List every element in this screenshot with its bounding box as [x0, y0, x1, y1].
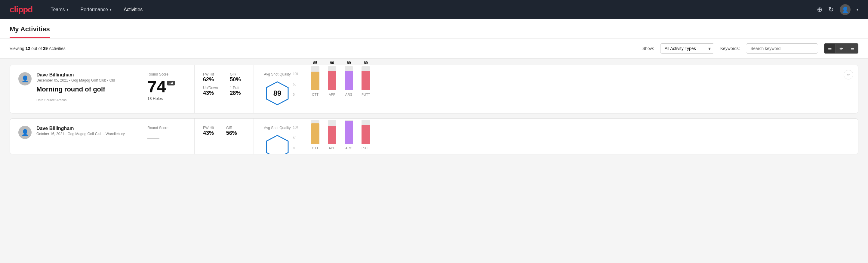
y-label-50: 50: [293, 83, 298, 86]
bar-value: 82: [330, 118, 334, 119]
add-icon[interactable]: ⊕: [817, 6, 822, 13]
fw-hit-label: FW Hit: [203, 72, 218, 77]
refresh-icon[interactable]: ↻: [828, 6, 834, 13]
bar-fill: [345, 71, 353, 90]
edit-button[interactable]: ✏: [844, 70, 853, 80]
y-label-0: 0: [293, 147, 298, 150]
view-toggle: ☰ ⇼ ☰: [824, 43, 858, 54]
bar-wrap: [345, 120, 353, 144]
y-label-100: 100: [293, 72, 298, 76]
compact-view-icon: ☰: [850, 46, 855, 51]
fw-hit-stat: FW Hit 43%: [203, 126, 214, 136]
keywords-label: Keywords:: [720, 46, 740, 51]
compact-view-btn[interactable]: ☰: [847, 43, 858, 53]
list-view-btn[interactable]: ☰: [825, 43, 836, 53]
divider: [135, 119, 135, 154]
bar-fill: [362, 125, 370, 144]
gir-label: GIR: [230, 72, 241, 77]
nav-teams-label: Teams: [51, 7, 65, 12]
nav-teams[interactable]: Teams ▾: [51, 1, 68, 18]
y-label-100: 100: [293, 126, 298, 129]
bar-label: APP: [329, 93, 335, 96]
updown-stat: Up/Down 43%: [203, 86, 218, 96]
bar-fill: [345, 121, 353, 144]
activities-list: 👤 Dave Billingham December 05, 2021 - Go…: [0, 59, 868, 165]
bar-value: 89: [347, 61, 351, 65]
activity-type-select-wrapper: All Activity Types: [660, 43, 714, 54]
user-name: Dave Billingham: [36, 72, 127, 78]
page-title: My Activities: [10, 19, 50, 38]
activity-type-select[interactable]: All Activity Types: [660, 43, 714, 54]
bar-fill: [311, 123, 319, 144]
card-left: 👤 Dave Billingham October 16, 2021 - Gog…: [18, 126, 127, 139]
divider: [253, 119, 254, 154]
divider: [194, 119, 195, 154]
bar-value: 94: [313, 118, 317, 119]
bar-chart-container: 100 50 0 85OTT90APP89ARG89PUTT: [302, 72, 370, 102]
grid-view-btn[interactable]: ⇼: [836, 43, 847, 53]
activity-card: 👤 Dave Billingham October 16, 2021 - Gog…: [10, 118, 858, 154]
gir-value: 50%: [230, 77, 241, 83]
chevron-down-icon: ▾: [67, 8, 69, 12]
bar-label: APP: [329, 146, 335, 150]
bar-wrap: [362, 120, 370, 144]
one-putt-value: 28%: [230, 90, 241, 96]
bar-group: 89PUTT: [362, 61, 370, 96]
bar-fill: [311, 71, 319, 90]
avg-quality: Avg Shot Quality 89: [262, 72, 292, 106]
stats-section: FW Hit 43% GIR 56%: [203, 126, 245, 139]
round-score-value: 74: [147, 78, 166, 95]
avatar[interactable]: 👤: [840, 4, 850, 15]
search-input[interactable]: [746, 43, 818, 54]
holes-label: 18 Holes: [147, 96, 186, 101]
hex-score-container: [265, 134, 290, 154]
bar-fill: [362, 71, 370, 90]
bar-group: 82APP: [328, 118, 336, 150]
bar-wrap: [328, 120, 336, 144]
data-source: Data Source: Arccos: [36, 98, 127, 102]
score-badge: +4: [167, 81, 175, 85]
chart-y-labels: 100 50 0: [293, 126, 298, 150]
bar-label: ARG: [345, 146, 352, 150]
bar-label: ARG: [345, 93, 352, 96]
updown-value: 43%: [203, 90, 218, 96]
nav-activities-label: Activities: [124, 7, 143, 12]
round-score-section: Round Score 74 +4 18 Holes: [144, 72, 186, 101]
user-info: Dave Billingham December 05, 2021 - Gog …: [36, 72, 127, 102]
round-score-label: Round Score: [147, 126, 186, 130]
quality-section: Avg Shot Quality 100 50 0 94OTT82APP106A…: [262, 126, 850, 154]
user-date: December 05, 2021 - Gog Magog Golf Club …: [36, 78, 127, 83]
y-label-50: 50: [293, 136, 298, 140]
viewing-suffix: Activities: [49, 46, 66, 51]
user-avatar: 👤: [18, 126, 32, 139]
viewing-middle: out of: [31, 46, 43, 51]
avg-quality-label: Avg Shot Quality: [264, 72, 290, 77]
stats-section: FW Hit 62% Up/Down 43% GIR 50% 1 Putt: [203, 72, 245, 99]
bar-label: PUTT: [362, 146, 370, 150]
nav-performance[interactable]: Performance ▾: [81, 1, 112, 18]
user-name: Dave Billingham: [36, 126, 127, 131]
avg-quality-label: Avg Shot Quality: [264, 126, 290, 130]
bar-value: 106: [346, 118, 352, 119]
svg-marker-1: [267, 136, 288, 154]
bar-fill: [328, 71, 336, 90]
logo[interactable]: clippd: [10, 5, 32, 14]
gir-stat: GIR 56%: [226, 126, 237, 136]
avatar-icon: 👤: [842, 6, 848, 13]
bar-value: 85: [313, 61, 317, 65]
navbar: clippd Teams ▾ Performance ▾ Activities …: [0, 0, 868, 19]
nav-activities[interactable]: Activities: [124, 1, 143, 18]
bar-chart: 85OTT90APP89ARG89PUTT: [311, 72, 370, 102]
divider: [194, 65, 195, 113]
bar-wrap: [311, 120, 319, 144]
one-putt-stat: 1 Putt 28%: [230, 86, 241, 96]
hex-score-container: 89: [265, 81, 290, 106]
bar-label: OTT: [312, 146, 318, 150]
bar-wrap: [328, 66, 336, 90]
fw-hit-stat: FW Hit 62%: [203, 72, 218, 83]
activity-card: 👤 Dave Billingham December 05, 2021 - Go…: [10, 65, 858, 113]
gir-label: GIR: [226, 126, 237, 130]
user-avatar-icon: 👤: [21, 75, 29, 83]
avatar-chevron-icon[interactable]: ▾: [857, 8, 858, 12]
nav-performance-label: Performance: [81, 7, 108, 12]
